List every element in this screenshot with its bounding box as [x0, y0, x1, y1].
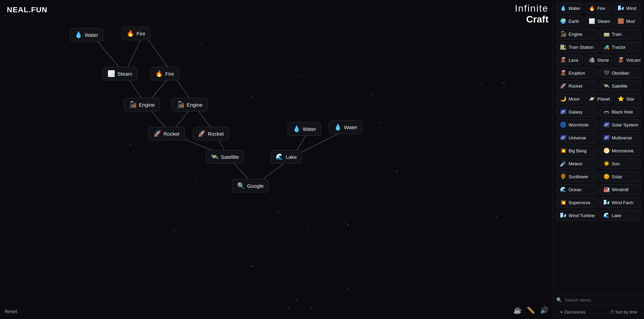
sidebar-item-planet[interactable]: 🪐Planet [585, 93, 612, 104]
sidebar-item-black-hole[interactable]: 🕳️Black Hole [600, 106, 641, 117]
sidebar-row: ☄️Meteor☀️Sun [556, 158, 641, 169]
sidebar-item-solar[interactable]: 🌞Solar [600, 171, 641, 182]
title-line2: Craft [515, 14, 549, 25]
sidebar-row: 🌙Moon🪐Planet⭐Star [556, 93, 641, 104]
sidebar-item-moonstone[interactable]: 🌕Moonstone [600, 145, 641, 156]
sidebar-item-big-bang[interactable]: 💥Big Bang [556, 145, 598, 156]
sidebar-item-supernova[interactable]: 💥Supernova [556, 197, 598, 208]
sidebar: 💧Water🔥Fire🌬️Wind🌍Earth🌫️Steam🟫Mud🚂Engin… [553, 0, 644, 319]
sidebar-item-ocean[interactable]: 🌊Ocean [556, 184, 598, 195]
sidebar-item-star[interactable]: ⭐Star [614, 93, 641, 104]
sidebar-row: 🌌Galaxy🕳️Black Hole [556, 106, 641, 117]
search-icon: 🔍 [556, 297, 562, 303]
sidebar-item-water[interactable]: 💧Water [556, 3, 583, 14]
node-steam1[interactable]: 🌫️Steam [102, 67, 137, 80]
node-engine2[interactable]: 🚂Engine [172, 98, 208, 111]
sidebar-item-engine[interactable]: 🚂Engine [556, 29, 598, 40]
sidebar-item-moon[interactable]: 🌙Moon [556, 93, 583, 104]
sidebar-row: 💥Big Bang🌕Moonstone [556, 145, 641, 156]
node-google1[interactable]: 🔍Google [232, 179, 269, 193]
sidebar-item-mud[interactable]: 🟫Mud [614, 16, 641, 27]
sidebar-row: 🚀Rocket🛰️Satellite [556, 80, 641, 91]
sidebar-item-windmill[interactable]: 🏭Windmill [600, 184, 641, 195]
sidebar-item-wind-turbine[interactable]: 🌬️Wind Turbine [556, 210, 598, 221]
coffee-icon[interactable]: ☕ [513, 306, 522, 314]
sort-button[interactable]: ⏱ Sort by time [607, 308, 640, 316]
craft-canvas[interactable]: 💧Water🔥Fire🌫️Steam🔥Fire🚂Engine🚂Engine🚀Ro… [0, 0, 552, 319]
sidebar-item-steam[interactable]: 🌫️Steam [585, 16, 612, 27]
bottom-bar: ✦ Discoveries ⏱ Sort by time [553, 305, 644, 319]
sidebar-row: 🌌Universe🌌Multiverse [556, 132, 641, 143]
node-fire2[interactable]: 🔥Fire [150, 67, 179, 80]
sidebar-item-train[interactable]: 🚃Train [600, 29, 641, 40]
sidebar-item-sunflower[interactable]: 🌻Sunflower [556, 171, 598, 182]
edit-icon[interactable]: ✏️ [527, 306, 535, 314]
sidebar-row: 🌍Earth🌫️Steam🟫Mud [556, 16, 641, 27]
logo: NEAL.FUN [7, 5, 47, 14]
node-rocket1[interactable]: 🚀Rocket [148, 127, 185, 140]
node-lake1[interactable]: 🌊Lake [271, 150, 302, 164]
sidebar-item-universe[interactable]: 🌌Universe [556, 132, 598, 143]
sidebar-item-solar-system[interactable]: 🌌Solar System [600, 119, 641, 130]
sidebar-row: 🌋Lava🪨Stone🌋Volcano [556, 55, 641, 65]
sidebar-item-lava[interactable]: 🌋Lava [556, 55, 583, 65]
node-fire1[interactable]: 🔥Fire [121, 27, 151, 40]
sidebar-row: 🚂Engine🚃Train [556, 29, 641, 40]
sidebar-item-stone[interactable]: 🪨Stone [585, 55, 612, 65]
sidebar-row: 🌋Eruption🖤Obsidian [556, 67, 641, 78]
sidebar-item-galaxy[interactable]: 🌌Galaxy [556, 106, 598, 117]
reset-button[interactable]: Reset [5, 309, 17, 314]
sidebar-item-wind[interactable]: 🌬️Wind [614, 3, 641, 14]
search-input[interactable] [565, 298, 641, 303]
sidebar-item-lake[interactable]: 🌊Lake [600, 210, 641, 221]
sidebar-item-fire[interactable]: 🔥Fire [585, 3, 612, 14]
sidebar-item-wormhole[interactable]: 🌀Wormhole [556, 119, 598, 130]
volume-icon[interactable]: 🔊 [540, 306, 548, 314]
title-block: Infinite Craft [515, 3, 549, 25]
node-rocket2[interactable]: 🚀Rocket [193, 127, 229, 140]
sidebar-row: 🌻Sunflower🌞Solar [556, 171, 641, 182]
sidebar-item-tractor[interactable]: 🚜Tractor [600, 42, 641, 52]
node-engine1[interactable]: 🚂Engine [124, 98, 160, 111]
sidebar-row: 🌊Ocean🏭Windmill [556, 184, 641, 195]
sidebar-item-multiverse[interactable]: 🌌Multiverse [600, 132, 641, 143]
node-water1[interactable]: 💧Water [70, 28, 103, 42]
title-line1: Infinite [515, 3, 549, 14]
sidebar-item-volcano[interactable]: 🌋Volcano [614, 55, 641, 65]
sidebar-row: 💧Water🔥Fire🌬️Wind [556, 3, 641, 14]
sidebar-row: 🌬️Wind Turbine🌊Lake [556, 210, 641, 221]
sidebar-item-earth[interactable]: 🌍Earth [556, 16, 583, 27]
sidebar-item-rocket[interactable]: 🚀Rocket [556, 80, 598, 91]
node-water3[interactable]: 💧Water [329, 120, 362, 134]
sidebar-row: 💥Supernova🌬️Wind Farm [556, 197, 641, 208]
sidebar-item-eruption[interactable]: 🌋Eruption [556, 67, 598, 78]
sidebar-item-meteor[interactable]: ☄️Meteor [556, 158, 598, 169]
sidebar-item-obsidian[interactable]: 🖤Obsidian [600, 67, 641, 78]
sidebar-row: 🌀Wormhole🌌Solar System [556, 119, 641, 130]
sidebar-row: 🚉Train Station🚜Tractor [556, 42, 641, 52]
discoveries-button[interactable]: ✦ Discoveries [557, 308, 588, 316]
sidebar-item-list: 💧Water🔥Fire🌬️Wind🌍Earth🌫️Steam🟫Mud🚂Engin… [553, 0, 644, 295]
sidebar-item-satellite[interactable]: 🛰️Satellite [600, 80, 641, 91]
sidebar-item-train-station[interactable]: 🚉Train Station [556, 42, 598, 52]
node-satellite1[interactable]: 🛰️Satellite [206, 150, 244, 164]
sidebar-item-wind-farm[interactable]: 🌬️Wind Farm [600, 197, 641, 208]
sidebar-item-sun[interactable]: ☀️Sun [600, 158, 641, 169]
search-bar: 🔍 [553, 295, 644, 305]
node-water2[interactable]: 💧Water [288, 122, 321, 136]
footer-icons: ☕ ✏️ 🔊 [513, 306, 548, 314]
